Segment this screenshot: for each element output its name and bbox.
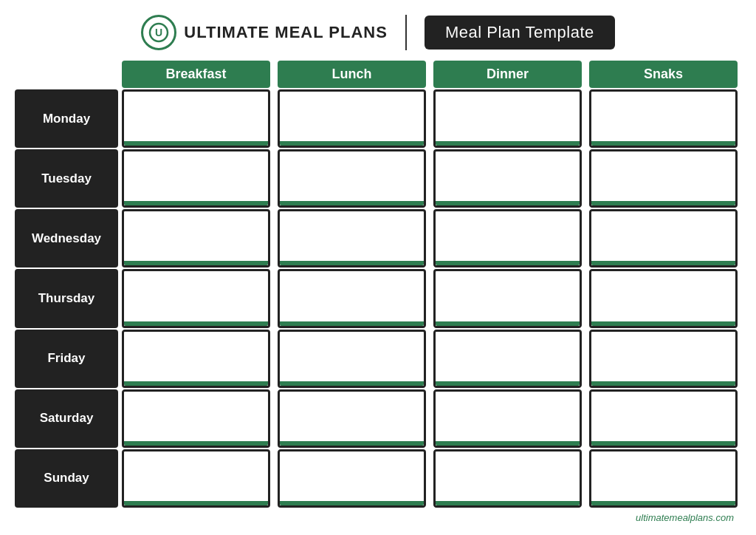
page-title: Meal Plan Template [425,16,615,50]
row-thursday: Thursday [15,269,741,327]
cell-bar [124,441,268,446]
meal-saturday-breakfast[interactable] [122,389,270,448]
cell-bar [436,321,580,326]
row-sunday: Sunday [15,449,741,508]
meal-wednesday-dinner[interactable] [433,209,582,268]
cell-bar [280,381,424,386]
day-label-monday: Monday [15,89,118,148]
meal-thursday-breakfast[interactable] [122,269,270,327]
footer: ultimatemealplans.com [15,509,741,528]
day-label-sunday: Sunday [15,449,118,508]
meal-saturday-lunch[interactable] [278,389,426,448]
cell-bar [436,501,580,505]
day-label-saturday: Saturday [15,389,118,448]
meal-monday-snaks[interactable] [589,89,738,148]
col-header-spacer [15,61,118,88]
meal-monday-breakfast[interactable] [122,89,270,148]
cell-bar [436,141,580,146]
cell-bar [124,321,268,326]
cell-bar [280,141,424,146]
page-wrapper: U ULTIMATE MEAL PLANS Meal Plan Template… [0,0,756,535]
cell-bar [591,141,735,146]
day-label-wednesday: Wednesday [15,209,118,268]
meal-tuesday-dinner[interactable] [433,149,582,208]
cell-bar [280,201,424,205]
svg-text:U: U [155,27,162,38]
brand-name: ULTIMATE MEAL PLANS [184,23,388,42]
cell-bar [591,441,735,446]
cell-bar [124,201,268,205]
meal-monday-lunch[interactable] [278,89,426,148]
cell-bar [280,261,424,265]
row-saturday: Saturday [15,389,741,448]
cell-bar [436,201,580,205]
meal-grid: Breakfast Lunch Dinner Snaks Monday Tues… [15,61,741,509]
cell-bar [591,501,735,505]
cell-bar [436,441,580,446]
day-label-friday: Friday [15,330,118,388]
cell-bar [436,381,580,386]
meal-thursday-dinner[interactable] [433,269,582,327]
col-header-dinner: Dinner [433,61,582,88]
logo-icon: U [141,15,176,50]
meal-friday-snaks[interactable] [589,330,738,388]
cell-bar [591,261,735,265]
cell-bar [436,261,580,265]
cell-bar [280,441,424,446]
col-header-lunch: Lunch [278,61,426,88]
meal-wednesday-breakfast[interactable] [122,209,270,268]
header: U ULTIMATE MEAL PLANS Meal Plan Template [15,7,741,61]
brand-logo: U ULTIMATE MEAL PLANS [141,15,388,50]
meal-sunday-dinner[interactable] [433,449,582,508]
meal-saturday-snaks[interactable] [589,389,738,448]
meal-sunday-lunch[interactable] [278,449,426,508]
meal-wednesday-lunch[interactable] [278,209,426,268]
meal-sunday-snaks[interactable] [589,449,738,508]
day-label-thursday: Thursday [15,269,118,327]
day-label-tuesday: Tuesday [15,149,118,208]
cell-bar [124,141,268,146]
row-friday: Friday [15,330,741,388]
meal-sunday-breakfast[interactable] [122,449,270,508]
meal-saturday-dinner[interactable] [433,389,582,448]
col-header-breakfast: Breakfast [122,61,270,88]
cell-bar [591,321,735,326]
cell-bar [280,321,424,326]
column-headers: Breakfast Lunch Dinner Snaks [15,61,741,88]
col-header-snaks: Snaks [589,61,738,88]
meal-tuesday-snaks[interactable] [589,149,738,208]
cell-bar [124,381,268,386]
meal-friday-lunch[interactable] [278,330,426,388]
row-tuesday: Tuesday [15,149,741,208]
meal-wednesday-snaks[interactable] [589,209,738,268]
cell-bar [591,381,735,386]
meal-tuesday-lunch[interactable] [278,149,426,208]
meal-friday-dinner[interactable] [433,330,582,388]
cell-bar [124,501,268,505]
header-divider [405,15,407,50]
meal-thursday-lunch[interactable] [278,269,426,327]
meal-tuesday-breakfast[interactable] [122,149,270,208]
footer-url: ultimatemealplans.com [636,512,734,523]
meal-monday-dinner[interactable] [433,89,582,148]
row-monday: Monday [15,89,741,148]
row-wednesday: Wednesday [15,209,741,268]
cell-bar [124,261,268,265]
cell-bar [280,501,424,505]
meal-thursday-snaks[interactable] [589,269,738,327]
cell-bar [591,201,735,205]
meal-friday-breakfast[interactable] [122,330,270,388]
